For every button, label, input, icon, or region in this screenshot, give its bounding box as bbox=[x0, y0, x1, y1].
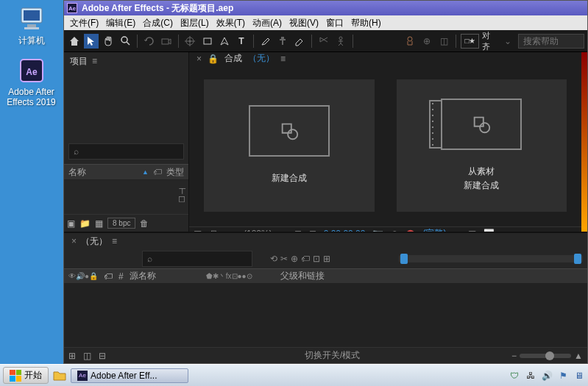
tray-security-icon[interactable]: 🛡 bbox=[509, 370, 520, 382]
home-icon[interactable] bbox=[67, 34, 81, 49]
desktop-icon-computer[interactable]: 计算机 bbox=[0, 4, 63, 47]
folder-icon[interactable]: 📁 bbox=[79, 218, 91, 229]
selection-tool[interactable] bbox=[84, 34, 98, 49]
source-name-col[interactable]: 源名称 bbox=[130, 270, 156, 282]
menu-edit[interactable]: 编辑(E) bbox=[103, 15, 138, 31]
label-col-icon[interactable]: 🏷 bbox=[104, 271, 113, 282]
composition-tab[interactable]: × 🔒 合成 （无） ≡ bbox=[189, 52, 581, 65]
anchor-tool[interactable] bbox=[183, 34, 197, 49]
eraser-tool[interactable] bbox=[293, 34, 307, 49]
menu-window[interactable]: 窗口 bbox=[323, 15, 347, 31]
new-from-footage-card[interactable]: 从素材 新建合成 bbox=[397, 79, 567, 212]
new-comp-icon[interactable]: ▦ bbox=[95, 218, 103, 229]
system-tray: 🛡 🖧 🔊 ⚑ 🖥 bbox=[509, 370, 585, 382]
work-end-marker[interactable] bbox=[574, 254, 581, 264]
close-icon[interactable]: × bbox=[196, 54, 202, 64]
timeline-ruler[interactable] bbox=[399, 255, 583, 262]
tray-volume-icon[interactable]: 🔊 bbox=[541, 370, 553, 382]
rectangle-tool[interactable] bbox=[200, 34, 214, 49]
taskbar: 开始 Ae Adobe After Eff... 🛡 🖧 🔊 ⚑ 🖥 bbox=[0, 364, 588, 386]
toggle-modes-label[interactable]: 切换开关/模式 bbox=[305, 349, 360, 362]
tl-toggle-1[interactable]: ⊞ bbox=[68, 351, 76, 361]
work-start-marker[interactable] bbox=[400, 254, 408, 264]
tl-icon-6[interactable]: ⊞ bbox=[323, 254, 330, 264]
orbit-tool[interactable] bbox=[142, 34, 156, 49]
project-search[interactable]: ⌕ bbox=[68, 143, 184, 160]
view-axis-icon[interactable]: ◫ bbox=[437, 34, 451, 49]
hand-tool[interactable] bbox=[102, 34, 116, 49]
new-composition-card[interactable]: 新建合成 bbox=[204, 79, 375, 212]
bpc-indicator[interactable]: 8 bpc bbox=[107, 218, 135, 229]
quick-launch-explorer[interactable] bbox=[52, 368, 68, 383]
help-search-input[interactable] bbox=[518, 34, 584, 49]
menu-effect[interactable]: 效果(T) bbox=[213, 15, 248, 31]
camera-tool[interactable] bbox=[160, 34, 174, 49]
menu-composition[interactable]: 合成(C) bbox=[140, 15, 176, 31]
taskbar-item-ae[interactable]: Ae Adobe After Eff... bbox=[71, 368, 188, 383]
project-tab[interactable]: 项目 ≡ bbox=[64, 52, 188, 70]
lock-icon[interactable]: 🔒 bbox=[208, 54, 219, 64]
folder-icon bbox=[53, 370, 66, 382]
menu-view[interactable]: 视图(V) bbox=[286, 15, 322, 31]
tl-icon-5[interactable]: ⊡ bbox=[313, 254, 320, 264]
menu-animation[interactable]: 动画(A) bbox=[249, 15, 285, 31]
panel-menu-icon[interactable]: ≡ bbox=[112, 236, 117, 246]
local-axis-icon[interactable] bbox=[403, 34, 417, 49]
search-icon: ⌕ bbox=[147, 254, 152, 264]
app-window: Ae Adobe After Effects - 无标题项目.aep 文件(F)… bbox=[63, 0, 588, 364]
timeline-search[interactable]: ⌕ bbox=[142, 251, 252, 267]
name-column[interactable]: 名称 bbox=[68, 166, 138, 179]
tl-toggle-2[interactable]: ◫ bbox=[83, 351, 91, 361]
tl-icon-2[interactable]: ✂ bbox=[280, 254, 288, 264]
tl-icon-3[interactable]: ⊕ bbox=[291, 254, 298, 264]
menu-help[interactable]: 帮助(H) bbox=[348, 15, 384, 31]
svg-point-18 bbox=[339, 37, 342, 40]
roto-tool[interactable] bbox=[316, 34, 330, 49]
panel-menu-icon[interactable]: ≡ bbox=[92, 56, 97, 66]
taskbar-item-label: Adobe After Eff... bbox=[91, 371, 157, 381]
layer-switches[interactable]: ⬟✱丶fx⊡●●⊙ bbox=[206, 271, 252, 282]
tray-action-icon[interactable]: ⚑ bbox=[557, 370, 569, 382]
tl-icon-1[interactable]: ⟲ bbox=[270, 254, 277, 264]
pen-tool[interactable] bbox=[217, 34, 231, 49]
parent-link-col[interactable]: 父级和链接 bbox=[280, 270, 325, 282]
from-footage-label-2: 新建合成 bbox=[464, 179, 499, 193]
tl-icon-4[interactable]: 🏷 bbox=[301, 254, 310, 264]
svg-rect-8 bbox=[162, 39, 169, 44]
desktop-icon-ae[interactable]: Ae Adobe After Effects 2019 bbox=[0, 56, 63, 107]
svg-point-23 bbox=[408, 37, 412, 41]
menu-file[interactable]: 文件(F) bbox=[67, 15, 102, 31]
from-footage-label-1: 从素材 bbox=[464, 165, 499, 179]
snap-caret-icon[interactable]: ⌄ bbox=[501, 34, 515, 49]
zoom-tool[interactable] bbox=[118, 34, 132, 49]
world-axis-icon[interactable]: ⊕ bbox=[420, 34, 434, 49]
timeline-tab[interactable]: × （无） ≡ bbox=[64, 233, 587, 249]
zoom-in-icon[interactable]: ▲ bbox=[574, 351, 583, 361]
zoom-out-icon[interactable]: − bbox=[511, 351, 517, 361]
index-col[interactable]: # bbox=[118, 271, 124, 282]
titlebar[interactable]: Ae Adobe After Effects - 无标题项目.aep bbox=[64, 1, 587, 15]
brush-tool[interactable] bbox=[258, 34, 272, 49]
snap-toggle[interactable]: □★ bbox=[461, 34, 479, 49]
type-column[interactable]: 类型 bbox=[166, 166, 184, 179]
comp-tab-none: （无） bbox=[248, 52, 274, 65]
menu-layer[interactable]: 图层(L) bbox=[177, 15, 212, 31]
trash-icon[interactable]: 🗑 bbox=[140, 218, 149, 229]
close-icon[interactable]: × bbox=[71, 236, 77, 246]
svg-line-22 bbox=[341, 43, 343, 46]
tray-show-desktop[interactable]: 🖥 bbox=[573, 370, 585, 382]
new-comp-label: 新建合成 bbox=[272, 171, 307, 185]
tag-icon[interactable]: 🏷 bbox=[153, 167, 162, 177]
text-tool[interactable]: T bbox=[235, 34, 249, 49]
zoom-slider[interactable] bbox=[520, 354, 571, 358]
timeline-body[interactable] bbox=[64, 283, 587, 347]
tl-toggle-3[interactable]: ⊟ bbox=[99, 351, 106, 361]
panel-menu-icon[interactable]: ≡ bbox=[280, 54, 286, 64]
av-switches[interactable]: 👁🔊●🔒 bbox=[68, 272, 98, 280]
start-button[interactable]: 开始 bbox=[3, 367, 49, 384]
interpret-icon[interactable]: ▣ bbox=[67, 218, 75, 229]
puppet-tool[interactable] bbox=[333, 34, 347, 49]
clone-tool[interactable] bbox=[275, 34, 289, 49]
tray-network-icon[interactable]: 🖧 bbox=[525, 370, 536, 382]
project-column-header[interactable]: 名称 ▲ 🏷 类型 bbox=[64, 164, 188, 180]
